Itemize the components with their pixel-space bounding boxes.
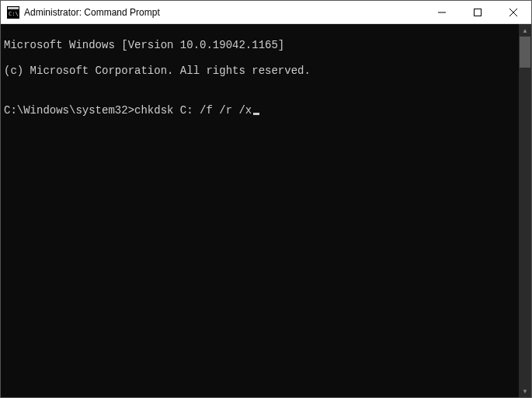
titlebar[interactable]: C:\ Administrator: Command Prompt	[1, 1, 531, 24]
console-output[interactable]: Microsoft Windows [Version 10.0.19042.11…	[1, 24, 519, 397]
scroll-down-arrow[interactable]: ▼	[519, 385, 531, 397]
close-button[interactable]	[495, 1, 531, 23]
typed-command: chkdsk C: /f /r /x	[134, 104, 252, 117]
minimize-button[interactable]	[424, 1, 460, 23]
svg-text:C:\: C:\	[9, 11, 19, 17]
scroll-up-arrow[interactable]: ▲	[519, 24, 531, 37]
svg-rect-1	[8, 7, 19, 9]
svg-rect-4	[475, 9, 482, 16]
vertical-scrollbar[interactable]: ▲ ▼	[519, 24, 531, 397]
command-prompt-window: C:\ Administrator: Command Prompt Micros…	[0, 0, 532, 398]
window-controls	[424, 1, 531, 23]
window-title: Administrator: Command Prompt	[24, 7, 160, 18]
output-line: Microsoft Windows [Version 10.0.19042.11…	[4, 39, 516, 52]
scrollbar-thumb[interactable]	[520, 37, 530, 68]
prompt-line: C:\Windows\system32>chkdsk C: /f /r /x	[4, 104, 516, 117]
output-line: (c) Microsoft Corporation. All rights re…	[4, 65, 516, 78]
cursor	[253, 113, 259, 115]
console-area: Microsoft Windows [Version 10.0.19042.11…	[1, 24, 531, 397]
cmd-icon: C:\	[7, 6, 19, 19]
prompt-path: C:\Windows\system32>	[4, 104, 134, 117]
maximize-button[interactable]	[460, 1, 495, 23]
